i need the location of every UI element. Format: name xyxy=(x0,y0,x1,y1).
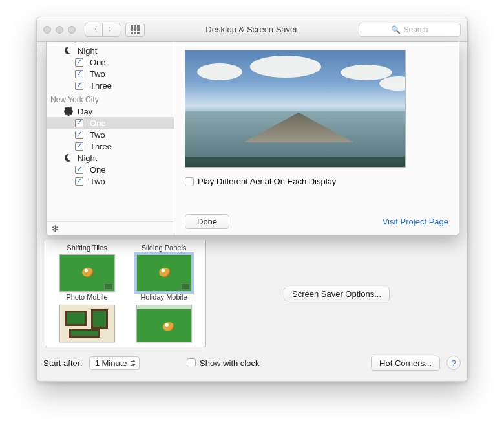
stepper-icon: ▴▾ xyxy=(132,358,136,367)
nav-buttons: 〈 〉 xyxy=(85,23,120,37)
moon-icon xyxy=(65,47,72,54)
visit-project-link[interactable]: Visit Project Page xyxy=(383,217,448,226)
aerial-tree[interactable]: Two Night One Two Three New York City Da… xyxy=(47,42,174,235)
checkbox-icon xyxy=(75,58,83,67)
saver-item-photo-wall[interactable] xyxy=(54,302,120,343)
saver-item-shifting-tiles[interactable]: Shifting Tiles Photo Mobile xyxy=(54,244,120,301)
saver-label: Shifting Tiles xyxy=(67,244,107,252)
checkbox-icon xyxy=(75,119,83,127)
saver-item-holiday[interactable] xyxy=(131,302,196,343)
zoom-window-button[interactable] xyxy=(68,26,76,34)
tree-action-menu[interactable]: ✻ xyxy=(47,221,174,235)
checkbox-icon xyxy=(75,82,83,90)
list-item[interactable]: Two xyxy=(47,175,174,187)
search-placeholder: Search xyxy=(403,25,428,34)
help-icon: ? xyxy=(451,358,456,368)
list-item[interactable]: Two xyxy=(47,129,174,140)
checkbox-icon xyxy=(75,70,83,78)
city-group[interactable]: New York City xyxy=(47,94,174,105)
checkbox-icon xyxy=(75,166,83,174)
preferences-window: 〈 〉 Desktop & Screen Saver 🔍 Search Shif… xyxy=(36,17,468,382)
night-group[interactable]: Night xyxy=(47,152,174,164)
saver-thumbnail xyxy=(59,305,115,342)
start-after-value: 1 Minute xyxy=(95,358,127,368)
close-window-button[interactable] xyxy=(43,26,51,34)
search-icon: 🔍 xyxy=(391,25,401,34)
start-after-label: Start after: xyxy=(43,358,83,368)
aerial-config-sheet: Two Night One Two Three New York City Da… xyxy=(46,42,459,236)
saver-thumbnail xyxy=(59,254,115,292)
saver-thumbnail xyxy=(136,254,192,292)
done-button[interactable]: Done xyxy=(185,214,229,229)
saver-label: Holiday Mobile xyxy=(140,293,187,301)
show-clock-label: Show with clock xyxy=(200,358,259,368)
sun-icon xyxy=(65,107,72,115)
grid-icon xyxy=(131,25,140,34)
minimize-window-button[interactable] xyxy=(56,26,63,34)
list-item[interactable]: Three xyxy=(47,140,174,152)
saver-thumbnail xyxy=(136,305,192,342)
window-toolbar: 〈 〉 Desktop & Screen Saver 🔍 Search xyxy=(37,17,467,42)
show-all-button[interactable] xyxy=(125,23,145,37)
show-with-clock-checkbox[interactable]: Show with clock xyxy=(187,358,259,368)
bottom-row: Start after: 1 Minute ▴▾ Show with clock… xyxy=(43,354,461,372)
forward-button[interactable]: 〉 xyxy=(102,23,120,37)
diff-label: Play Different Aerial On Each Display xyxy=(198,177,336,186)
window-title: Desktop & Screen Saver xyxy=(150,25,353,34)
day-group[interactable]: Day xyxy=(47,105,174,117)
list-item[interactable]: One xyxy=(47,56,174,68)
help-button[interactable]: ? xyxy=(446,356,461,370)
start-after-select[interactable]: 1 Minute ▴▾ xyxy=(89,356,140,370)
chevron-right-icon: 〉 xyxy=(108,25,115,34)
saver-label: Photo Mobile xyxy=(66,293,107,301)
screen-saver-options-button[interactable]: Screen Saver Options... xyxy=(284,287,390,301)
list-item[interactable]: Two xyxy=(47,68,174,80)
chevron-left-icon: 〈 xyxy=(90,25,98,34)
night-group[interactable]: Night xyxy=(47,45,174,56)
screensaver-list-panel: Shifting Tiles Photo Mobile Sliding Pane… xyxy=(45,240,206,347)
checkbox-icon xyxy=(75,131,83,139)
saver-item-sliding-panels[interactable]: Sliding Panels Holiday Mobile xyxy=(131,244,196,301)
play-different-checkbox[interactable]: Play Different Aerial On Each Display xyxy=(185,177,336,186)
list-item[interactable]: One xyxy=(47,164,174,175)
search-input[interactable]: 🔍 Search xyxy=(359,23,461,37)
checkbox-icon xyxy=(75,142,83,151)
saver-label: Sliding Panels xyxy=(142,244,187,252)
aerial-preview xyxy=(185,50,406,168)
checkbox-icon xyxy=(185,177,194,186)
gear-icon: ✻ xyxy=(52,224,59,234)
checkbox-icon xyxy=(75,177,83,186)
sheet-right: Play Different Aerial On Each Display Do… xyxy=(174,42,459,235)
list-item[interactable]: One xyxy=(47,117,174,129)
hot-corners-button[interactable]: Hot Corners... xyxy=(371,356,440,371)
checkbox-icon xyxy=(75,42,83,43)
traffic-lights xyxy=(43,26,76,34)
back-button[interactable]: 〈 xyxy=(85,23,103,37)
screensaver-preview-panel: Screen Saver Options... xyxy=(214,240,459,347)
list-item[interactable]: Three xyxy=(47,80,174,91)
checkbox-icon xyxy=(187,358,196,367)
moon-icon xyxy=(65,154,72,162)
